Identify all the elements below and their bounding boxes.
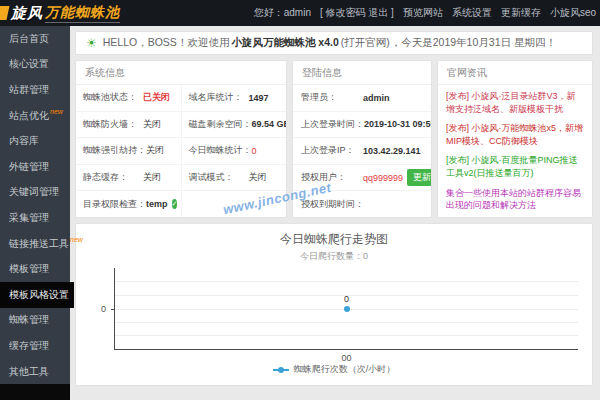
welcome-prefix: HELLO，BOSS！欢迎使用 — [103, 36, 230, 50]
info-label: 目录权限检查： — [83, 198, 146, 211]
info-pair: 静态缓存：关闭 — [76, 165, 181, 191]
info-value: admin — [363, 93, 390, 103]
sidebar-item-8[interactable]: 链接推送工具new — [0, 231, 70, 257]
legend-line-marker-icon — [273, 369, 289, 371]
info-label: 磁盘剩余空间： — [189, 118, 252, 131]
welcome-middle: ，今天是 — [391, 36, 433, 50]
sidebar-item-label: 模板管理 — [9, 262, 49, 276]
chart-title: 今日蜘蛛爬行走势图 — [76, 224, 592, 248]
header-link-refresh-cache[interactable]: 更新缓存 — [501, 6, 541, 20]
info-label: 上次登录IP： — [301, 144, 363, 157]
info-label: 授权到期时间： — [301, 198, 364, 211]
welcome-bar: ☀ HELLO，BOSS！欢迎使用 小旋风万能蜘蛛池 x4.0 (打开官网) ，… — [75, 31, 593, 55]
info-pair: 今日蜘蛛统计：0 — [181, 138, 287, 164]
header-link-system-settings[interactable]: 系统设置 — [452, 6, 492, 20]
sidebar-item-label: 核心设置 — [9, 57, 49, 71]
sidebar-item-label: 关键词管理 — [9, 185, 59, 199]
system-info-row: 蜘蛛防火墙：关闭磁盘剩余空间：69.54 GB — [76, 112, 286, 139]
data-point-label: 0 — [344, 294, 349, 304]
login-info-row: 授权用户：qq999999更新 — [293, 165, 431, 192]
y-axis-tick — [111, 309, 115, 310]
news-list: [发布] 小旋风·泛目录站群V3，新增支持泛域名、新版模板干扰[发布] 小旋风·… — [438, 85, 592, 215]
sidebar-item-label: 其他工具 — [9, 365, 49, 379]
logo-text-accent: 旋风 — [11, 4, 43, 23]
sidebar-item-label: 蜘蛛管理 — [9, 313, 49, 327]
welcome-product: 小旋风万能蜘蛛池 x4.0 — [231, 36, 338, 50]
system-info-row: 目录权限检查：temp✓ — [76, 191, 286, 217]
x-axis-tick-label: 00 — [341, 353, 351, 363]
sidebar-item-0[interactable]: 后台首页 — [0, 26, 70, 52]
info-label: 蜘蛛防火墙： — [83, 118, 143, 131]
news-item-3[interactable]: 集合一些使用本站的站群程序容易出现的问题和解决方法 — [446, 187, 584, 212]
login-info-row: 上次登录IP：103.42.29.141 — [293, 138, 431, 165]
y-axis-tick-label: 0 — [101, 304, 106, 314]
system-info-row: 蜘蛛强引劫持：关闭今日蜘蛛统计：0 — [76, 138, 286, 165]
info-value: 2019-10-31 09:59 — [364, 119, 431, 129]
sidebar-bottom-strip — [0, 384, 70, 400]
open-official-site-link[interactable]: (打开官网) — [341, 36, 390, 50]
sidebar-item-4[interactable]: 内容库 — [0, 128, 70, 154]
header-links: 您好：admin [ 修改密码 退出 ] 预览网站 系统设置 更新缓存 小旋风s… — [254, 6, 600, 20]
news-item-1[interactable]: [发布] 小旋风·万能蜘蛛池x5，新增MIP模块、CC防御模块 — [446, 122, 584, 147]
welcome-date: 2019年10月31日 星期四！ — [433, 36, 556, 50]
system-info-row: 静态缓存：关闭调试模式：关闭 — [76, 165, 286, 192]
top-header: 旋风 万能蜘蛛池 您好：admin [ 修改密码 退出 ] 预览网站 系统设置 … — [0, 0, 600, 26]
sun-icon: ☀ — [86, 36, 97, 50]
sidebar-item-3[interactable]: 站点优化new — [0, 103, 70, 129]
info-pair: 蜘蛛防火墙：关闭 — [76, 112, 181, 138]
news-item-2[interactable]: [发布] 小旋风·百度批量PING推送工具v2(日推送量百万) — [446, 154, 584, 179]
info-pair: 磁盘剩余空间：69.54 GB — [181, 112, 287, 138]
info-value: 关闭 — [143, 118, 161, 131]
login-info-row: 管理员：admin — [293, 85, 431, 112]
header-link-password-logout[interactable]: [ 修改密码 退出 ] — [320, 6, 394, 20]
sidebar-item-5[interactable]: 外链管理 — [0, 154, 70, 180]
news-panel: 官网资讯 [发布] 小旋风·泛目录站群V3，新增支持泛域名、新版模板干扰[发布]… — [437, 60, 593, 218]
sidebar-item-11[interactable]: 蜘蛛管理 — [0, 308, 70, 334]
news-item-0[interactable]: [发布] 小旋风·泛目录站群V3，新增支持泛域名、新版模板干扰 — [446, 90, 584, 115]
sidebar-item-13[interactable]: 其他工具 — [0, 359, 70, 385]
chart-subtitle: 今日爬行数量：0 — [76, 248, 592, 263]
update-license-button[interactable]: 更新 — [407, 169, 431, 186]
legend-label: 蜘蛛爬行次数（次/小时） — [294, 363, 396, 376]
sidebar-item-2[interactable]: 站群管理 — [0, 77, 70, 103]
sidebar-item-label: 链接推送工具 — [9, 237, 69, 251]
info-pair: 域名库统计：1497 — [181, 85, 287, 111]
system-info-row: 蜘蛛池状态：已关闭域名库统计：1497 — [76, 85, 286, 112]
login-info-title: 登陆信息 — [293, 61, 431, 85]
info-value: temp — [146, 199, 168, 209]
spider-crawl-chart: 今日蜘蛛爬行走势图 今日爬行数量：0 0 0 00 蜘蛛爬行次数（次/小时） — [75, 223, 593, 386]
new-badge: new — [50, 108, 63, 115]
header-link-preview-site[interactable]: 预览网站 — [403, 6, 443, 20]
sidebar-item-7[interactable]: 采集管理 — [0, 205, 70, 231]
info-value: 1497 — [249, 93, 269, 103]
info-pair: 蜘蛛强引劫持：关闭 — [76, 138, 181, 164]
sidebar-item-1[interactable]: 核心设置 — [0, 52, 70, 78]
info-value: 关闭 — [146, 144, 164, 157]
sidebar-item-label: 采集管理 — [9, 211, 49, 225]
gridline — [115, 322, 578, 323]
new-badge: new — [70, 236, 83, 243]
sidebar-item-label: 站点优化 — [9, 109, 49, 123]
info-label: 上次登录时间： — [301, 118, 364, 131]
chart-legend[interactable]: 蜘蛛爬行次数（次/小时） — [76, 363, 592, 376]
app-logo[interactable]: 旋风 万能蜘蛛池 — [0, 4, 120, 23]
sidebar-item-10[interactable]: 模板风格设置 — [0, 282, 74, 308]
sidebar-item-12[interactable]: 缓存管理 — [0, 333, 70, 359]
sidebar-item-6[interactable]: 关键词管理 — [0, 180, 70, 206]
sidebar-item-label: 缓存管理 — [9, 339, 49, 353]
info-label: 调试模式： — [189, 171, 249, 184]
sidebar-menu: 后台首页核心设置站群管理站点优化new内容库外链管理关键词管理采集管理链接推送工… — [0, 26, 70, 384]
info-label: 管理员： — [301, 91, 363, 104]
sidebar-item-label: 内容库 — [9, 134, 39, 148]
login-info-panel: 登陆信息 管理员：admin上次登录时间：2019-10-31 09:59上次登… — [292, 60, 432, 218]
header-link-seo[interactable]: 小旋风seo — [550, 6, 596, 20]
sidebar-item-9[interactable]: 模板管理 — [0, 256, 70, 282]
info-value: 103.42.29.141 — [363, 146, 421, 156]
sidebar-nav: 后台首页核心设置站群管理站点优化new内容库外链管理关键词管理采集管理链接推送工… — [0, 26, 70, 400]
sidebar-item-label: 后台首页 — [9, 32, 49, 46]
data-point — [344, 306, 350, 312]
info-value: qq999999 — [363, 173, 403, 183]
info-pair: 调试模式：关闭 — [181, 165, 287, 191]
login-info-row: 上次登录时间：2019-10-31 09:59 — [293, 112, 431, 139]
system-info-panel: 系统信息 蜘蛛池状态：已关闭域名库统计：1497蜘蛛防火墙：关闭磁盘剩余空间：6… — [75, 60, 287, 218]
